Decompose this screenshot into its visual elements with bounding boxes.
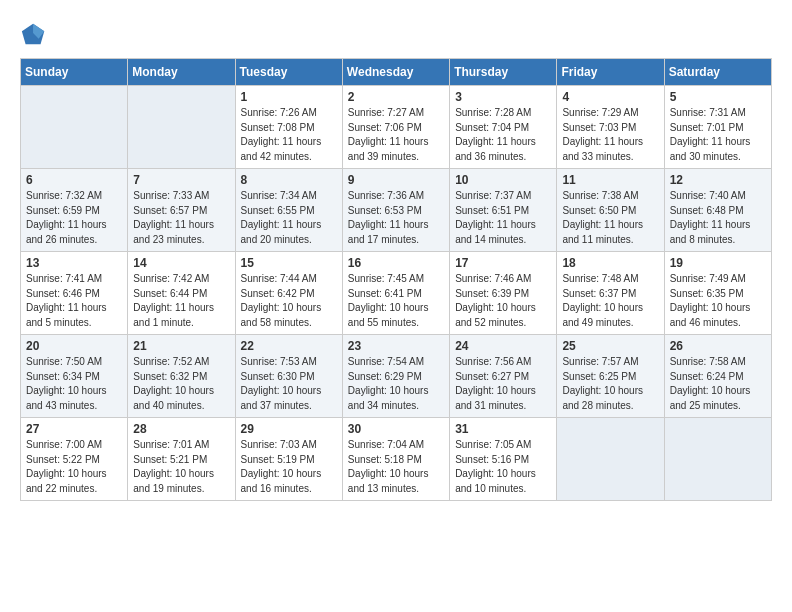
day-number: 4 <box>562 90 658 104</box>
day-number: 11 <box>562 173 658 187</box>
day-info: Sunrise: 7:36 AMSunset: 6:53 PMDaylight:… <box>348 189 444 247</box>
logo-icon <box>20 20 48 48</box>
day-number: 28 <box>133 422 229 436</box>
day-number: 3 <box>455 90 551 104</box>
calendar-cell: 7 Sunrise: 7:33 AMSunset: 6:57 PMDayligh… <box>128 169 235 252</box>
weekday-header: Monday <box>128 59 235 86</box>
calendar-cell: 14 Sunrise: 7:42 AMSunset: 6:44 PMDaylig… <box>128 252 235 335</box>
day-info: Sunrise: 7:57 AMSunset: 6:25 PMDaylight:… <box>562 355 658 413</box>
day-number: 19 <box>670 256 766 270</box>
day-number: 15 <box>241 256 337 270</box>
day-number: 2 <box>348 90 444 104</box>
calendar-cell: 6 Sunrise: 7:32 AMSunset: 6:59 PMDayligh… <box>21 169 128 252</box>
day-number: 18 <box>562 256 658 270</box>
day-info: Sunrise: 7:04 AMSunset: 5:18 PMDaylight:… <box>348 438 444 496</box>
calendar-cell: 15 Sunrise: 7:44 AMSunset: 6:42 PMDaylig… <box>235 252 342 335</box>
calendar-cell: 21 Sunrise: 7:52 AMSunset: 6:32 PMDaylig… <box>128 335 235 418</box>
logo <box>20 20 52 48</box>
calendar-cell: 17 Sunrise: 7:46 AMSunset: 6:39 PMDaylig… <box>450 252 557 335</box>
calendar-cell: 16 Sunrise: 7:45 AMSunset: 6:41 PMDaylig… <box>342 252 449 335</box>
weekday-header: Saturday <box>664 59 771 86</box>
day-info: Sunrise: 7:34 AMSunset: 6:55 PMDaylight:… <box>241 189 337 247</box>
calendar-cell: 19 Sunrise: 7:49 AMSunset: 6:35 PMDaylig… <box>664 252 771 335</box>
calendar-cell: 1 Sunrise: 7:26 AMSunset: 7:08 PMDayligh… <box>235 86 342 169</box>
calendar-cell: 24 Sunrise: 7:56 AMSunset: 6:27 PMDaylig… <box>450 335 557 418</box>
day-info: Sunrise: 7:26 AMSunset: 7:08 PMDaylight:… <box>241 106 337 164</box>
calendar-cell: 8 Sunrise: 7:34 AMSunset: 6:55 PMDayligh… <box>235 169 342 252</box>
calendar-cell: 4 Sunrise: 7:29 AMSunset: 7:03 PMDayligh… <box>557 86 664 169</box>
day-info: Sunrise: 7:28 AMSunset: 7:04 PMDaylight:… <box>455 106 551 164</box>
calendar-cell: 25 Sunrise: 7:57 AMSunset: 6:25 PMDaylig… <box>557 335 664 418</box>
day-info: Sunrise: 7:27 AMSunset: 7:06 PMDaylight:… <box>348 106 444 164</box>
day-info: Sunrise: 7:37 AMSunset: 6:51 PMDaylight:… <box>455 189 551 247</box>
calendar-cell: 13 Sunrise: 7:41 AMSunset: 6:46 PMDaylig… <box>21 252 128 335</box>
day-number: 20 <box>26 339 122 353</box>
day-info: Sunrise: 7:48 AMSunset: 6:37 PMDaylight:… <box>562 272 658 330</box>
day-info: Sunrise: 7:03 AMSunset: 5:19 PMDaylight:… <box>241 438 337 496</box>
weekday-header: Friday <box>557 59 664 86</box>
day-info: Sunrise: 7:31 AMSunset: 7:01 PMDaylight:… <box>670 106 766 164</box>
day-number: 8 <box>241 173 337 187</box>
calendar-cell: 29 Sunrise: 7:03 AMSunset: 5:19 PMDaylig… <box>235 418 342 501</box>
day-info: Sunrise: 7:00 AMSunset: 5:22 PMDaylight:… <box>26 438 122 496</box>
calendar-table: SundayMondayTuesdayWednesdayThursdayFrid… <box>20 58 772 501</box>
weekday-header: Tuesday <box>235 59 342 86</box>
day-info: Sunrise: 7:58 AMSunset: 6:24 PMDaylight:… <box>670 355 766 413</box>
day-number: 31 <box>455 422 551 436</box>
day-number: 10 <box>455 173 551 187</box>
calendar-cell: 11 Sunrise: 7:38 AMSunset: 6:50 PMDaylig… <box>557 169 664 252</box>
day-number: 21 <box>133 339 229 353</box>
calendar-cell: 5 Sunrise: 7:31 AMSunset: 7:01 PMDayligh… <box>664 86 771 169</box>
day-info: Sunrise: 7:52 AMSunset: 6:32 PMDaylight:… <box>133 355 229 413</box>
day-info: Sunrise: 7:50 AMSunset: 6:34 PMDaylight:… <box>26 355 122 413</box>
calendar-cell: 23 Sunrise: 7:54 AMSunset: 6:29 PMDaylig… <box>342 335 449 418</box>
day-info: Sunrise: 7:32 AMSunset: 6:59 PMDaylight:… <box>26 189 122 247</box>
day-number: 6 <box>26 173 122 187</box>
weekday-header: Wednesday <box>342 59 449 86</box>
calendar-cell <box>128 86 235 169</box>
calendar-cell: 27 Sunrise: 7:00 AMSunset: 5:22 PMDaylig… <box>21 418 128 501</box>
calendar-cell: 30 Sunrise: 7:04 AMSunset: 5:18 PMDaylig… <box>342 418 449 501</box>
day-number: 25 <box>562 339 658 353</box>
calendar-cell: 22 Sunrise: 7:53 AMSunset: 6:30 PMDaylig… <box>235 335 342 418</box>
day-info: Sunrise: 7:42 AMSunset: 6:44 PMDaylight:… <box>133 272 229 330</box>
day-number: 24 <box>455 339 551 353</box>
day-info: Sunrise: 7:01 AMSunset: 5:21 PMDaylight:… <box>133 438 229 496</box>
day-info: Sunrise: 7:49 AMSunset: 6:35 PMDaylight:… <box>670 272 766 330</box>
calendar-cell: 26 Sunrise: 7:58 AMSunset: 6:24 PMDaylig… <box>664 335 771 418</box>
day-info: Sunrise: 7:29 AMSunset: 7:03 PMDaylight:… <box>562 106 658 164</box>
calendar-cell: 18 Sunrise: 7:48 AMSunset: 6:37 PMDaylig… <box>557 252 664 335</box>
calendar-cell: 3 Sunrise: 7:28 AMSunset: 7:04 PMDayligh… <box>450 86 557 169</box>
day-info: Sunrise: 7:41 AMSunset: 6:46 PMDaylight:… <box>26 272 122 330</box>
day-number: 17 <box>455 256 551 270</box>
weekday-header: Sunday <box>21 59 128 86</box>
day-info: Sunrise: 7:40 AMSunset: 6:48 PMDaylight:… <box>670 189 766 247</box>
day-info: Sunrise: 7:33 AMSunset: 6:57 PMDaylight:… <box>133 189 229 247</box>
calendar-cell: 2 Sunrise: 7:27 AMSunset: 7:06 PMDayligh… <box>342 86 449 169</box>
day-number: 13 <box>26 256 122 270</box>
day-info: Sunrise: 7:05 AMSunset: 5:16 PMDaylight:… <box>455 438 551 496</box>
day-number: 29 <box>241 422 337 436</box>
calendar-cell <box>664 418 771 501</box>
calendar-cell <box>21 86 128 169</box>
calendar-cell: 28 Sunrise: 7:01 AMSunset: 5:21 PMDaylig… <box>128 418 235 501</box>
day-number: 26 <box>670 339 766 353</box>
day-number: 14 <box>133 256 229 270</box>
calendar-cell: 10 Sunrise: 7:37 AMSunset: 6:51 PMDaylig… <box>450 169 557 252</box>
day-number: 23 <box>348 339 444 353</box>
day-number: 30 <box>348 422 444 436</box>
day-number: 12 <box>670 173 766 187</box>
day-info: Sunrise: 7:56 AMSunset: 6:27 PMDaylight:… <box>455 355 551 413</box>
day-number: 5 <box>670 90 766 104</box>
page-header <box>20 20 772 48</box>
calendar-cell: 12 Sunrise: 7:40 AMSunset: 6:48 PMDaylig… <box>664 169 771 252</box>
day-number: 9 <box>348 173 444 187</box>
day-number: 27 <box>26 422 122 436</box>
day-number: 22 <box>241 339 337 353</box>
day-info: Sunrise: 7:54 AMSunset: 6:29 PMDaylight:… <box>348 355 444 413</box>
calendar-cell: 9 Sunrise: 7:36 AMSunset: 6:53 PMDayligh… <box>342 169 449 252</box>
day-info: Sunrise: 7:46 AMSunset: 6:39 PMDaylight:… <box>455 272 551 330</box>
calendar-cell <box>557 418 664 501</box>
calendar-cell: 20 Sunrise: 7:50 AMSunset: 6:34 PMDaylig… <box>21 335 128 418</box>
calendar-cell: 31 Sunrise: 7:05 AMSunset: 5:16 PMDaylig… <box>450 418 557 501</box>
